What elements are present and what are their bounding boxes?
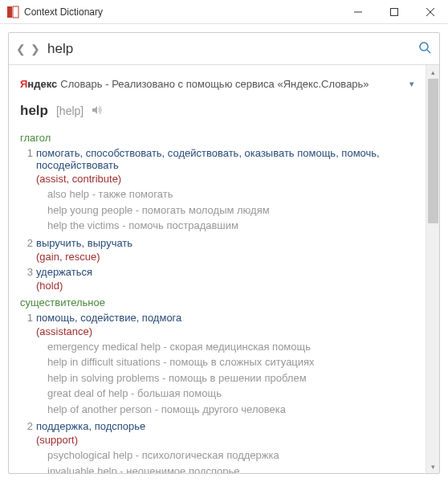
example: help the victims - помочь пострадавшим — [47, 218, 414, 234]
translation-terms[interactable]: выручить, выручать — [36, 237, 132, 249]
search-input[interactable] — [43, 38, 418, 60]
titlebar: Context Dictionary — [0, 0, 448, 24]
app-icon — [6, 6, 19, 18]
provider-row[interactable]: Яндекс Словарь - Реализовано с помощью с… — [20, 75, 414, 98]
example: psychological help - психологическая под… — [47, 447, 414, 464]
sense-item: 2поддержка, подспорье — [20, 420, 414, 432]
svg-point-6 — [420, 43, 428, 51]
example: also help - также помогать — [47, 186, 414, 202]
chevron-down-icon[interactable]: ▾ — [409, 79, 414, 89]
example: help young people - помогать молодым люд… — [47, 202, 414, 219]
example: invaluable help - неоценимое подспорье — [47, 464, 414, 474]
gloss: (gain, rescue) — [36, 251, 414, 263]
scroll-up-button[interactable]: ▴ — [426, 65, 439, 79]
phonetic: [help] — [56, 104, 83, 117]
part-of-speech: существительное — [20, 296, 414, 308]
provider-desc: Словарь - Реализовано с помощью сервиса … — [60, 78, 369, 90]
sense-item: 3удержаться — [20, 266, 414, 278]
svg-rect-0 — [7, 6, 12, 18]
minimize-button[interactable] — [340, 0, 376, 24]
example: help of another person - помощь другого … — [47, 402, 414, 418]
svg-line-7 — [427, 50, 430, 53]
close-button[interactable] — [412, 0, 448, 24]
nav-forward-button[interactable]: ❯ — [28, 39, 43, 59]
speaker-icon[interactable] — [92, 104, 103, 118]
scroll-down-button[interactable]: ▾ — [426, 460, 439, 473]
translation-terms[interactable]: помощь, содействие, подмога — [36, 312, 181, 324]
example: help in difficult situations - помощь в … — [47, 354, 414, 370]
scrollbar[interactable]: ▴ ▾ — [426, 65, 439, 473]
example: great deal of help - большая помощь — [47, 386, 414, 402]
gloss: (assist, contribute) — [36, 173, 414, 185]
nav-back-button[interactable]: ❮ — [14, 39, 28, 59]
provider-brand: Яндекс — [20, 78, 57, 90]
sense-item: 1помогать, способствовать, содействовать… — [20, 147, 414, 171]
svg-rect-3 — [390, 8, 397, 15]
search-bar: ❮ ❯ — [9, 33, 439, 65]
translation-terms[interactable]: удержаться — [36, 266, 92, 278]
results-pane: Яндекс Словарь - Реализовано с помощью с… — [9, 65, 426, 473]
headword: help — [20, 103, 48, 119]
svg-marker-8 — [92, 106, 97, 114]
sense-item: 1помощь, содействие, подмога — [20, 312, 414, 324]
gloss: (hold) — [36, 280, 414, 292]
window-title: Context Dictionary — [24, 6, 103, 18]
translation-terms[interactable]: поддержка, подспорье — [36, 420, 145, 432]
scroll-thumb[interactable] — [428, 79, 438, 223]
gloss: (support) — [36, 434, 414, 446]
maximize-button[interactable] — [376, 0, 412, 24]
example: emergency medical help - скорая медицинс… — [47, 339, 414, 355]
example: help in solving problems - помощь в реше… — [47, 370, 414, 386]
headword-row: help [help] — [20, 98, 414, 127]
svg-rect-1 — [13, 6, 18, 18]
gloss: (assistance) — [36, 325, 414, 337]
translation-terms[interactable]: помогать, способствовать, содействовать,… — [36, 147, 414, 171]
search-icon[interactable] — [418, 41, 431, 57]
sense-item: 2выручить, выручать — [20, 237, 414, 249]
part-of-speech: глагол — [20, 132, 414, 144]
main-panel: ❮ ❯ Яндекс Словарь - Реализовано с помощ… — [8, 32, 440, 474]
